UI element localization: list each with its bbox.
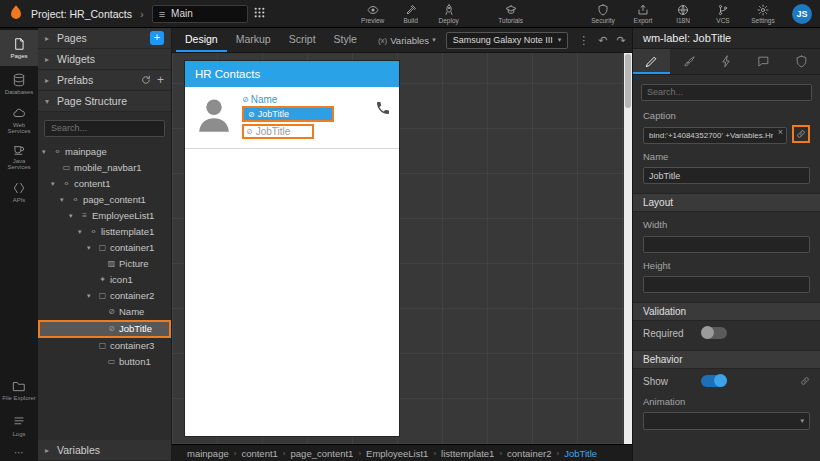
vcs-button[interactable]: VCS: [704, 4, 742, 24]
rail-item-file-explorer[interactable]: File Explorer: [0, 372, 38, 408]
rail-item-java-services[interactable]: Java Services: [0, 138, 38, 174]
section-pages[interactable]: ▸ Pages +: [38, 28, 171, 49]
page-selector[interactable]: ≡ Main: [152, 5, 248, 23]
properties-search-input[interactable]: [641, 84, 812, 101]
tree-item-employeelist1[interactable]: ▾≡EmployeeList1: [38, 208, 171, 224]
breadcrumb-item-active[interactable]: JobTitle: [564, 448, 597, 459]
tree-item-container2[interactable]: ▾▢container2: [38, 288, 171, 304]
tab-markup[interactable]: Markup: [227, 28, 280, 52]
rail-item-pages[interactable]: Pages: [0, 30, 38, 66]
tag-icon: ⊘: [246, 127, 253, 136]
required-row: Required: [633, 321, 820, 341]
tree-item-picture[interactable]: ▨Picture: [38, 256, 171, 272]
expander-icon[interactable]: ▾: [69, 212, 76, 220]
expander-icon[interactable]: ▾: [42, 148, 49, 156]
refresh-icon[interactable]: [141, 75, 151, 85]
breadcrumb-separator: ›: [358, 449, 361, 458]
wavemaker-logo[interactable]: [8, 4, 24, 24]
expander-icon[interactable]: ▾: [78, 228, 85, 236]
bind-link-button[interactable]: [792, 125, 810, 143]
tab-style[interactable]: Style: [325, 28, 366, 52]
deploy-button[interactable]: Deploy: [430, 4, 468, 24]
tab-styles[interactable]: [670, 49, 707, 74]
tree-item-button1[interactable]: ▭button1: [38, 354, 171, 370]
section-widgets[interactable]: ▸ Widgets: [38, 49, 171, 70]
expander-icon[interactable]: ▾: [60, 196, 67, 204]
device-selector[interactable]: Samsung Galaxy Note III ▾: [446, 32, 569, 49]
settings-button[interactable]: Settings: [744, 4, 782, 24]
export-button[interactable]: Export: [624, 4, 662, 24]
tag-icon: ⊘: [248, 110, 255, 119]
preview-button[interactable]: Preview: [354, 4, 392, 24]
canvas-scrollbar[interactable]: [624, 53, 632, 444]
jobtitle-widget-selected[interactable]: ⊘ JobTitle: [244, 108, 332, 120]
tab-events[interactable]: [708, 49, 745, 74]
tree-item-container3[interactable]: ▢container3: [38, 338, 171, 354]
rail-item-logs[interactable]: Logs: [0, 408, 38, 444]
rail-item-databases[interactable]: Databases: [0, 66, 38, 102]
person-silhouette-icon[interactable]: [193, 94, 235, 140]
breadcrumb-item[interactable]: container2: [507, 448, 551, 459]
scrollbar-thumb[interactable]: [625, 54, 631, 108]
tree-item-mainpage[interactable]: ▾‹›mainpage: [38, 144, 171, 160]
tree-item-name[interactable]: ⊘Name: [38, 304, 171, 320]
undo-icon[interactable]: ↶: [598, 34, 607, 47]
expander-icon[interactable]: ▾: [87, 244, 94, 252]
tutorials-button[interactable]: Tutorials: [492, 4, 530, 24]
tree-item-mobile-navbar1[interactable]: ▭mobile_navbar1: [38, 160, 171, 176]
breadcrumb-item[interactable]: EmployeeList1: [366, 448, 428, 459]
vcs-label: VCS: [716, 17, 729, 24]
rail-item-web-services[interactable]: Web Services: [0, 102, 38, 138]
tree-item-jobtitle[interactable]: ⊘JobTitle: [38, 320, 171, 338]
variables-dropdown[interactable]: (x) Variables ▾: [378, 35, 436, 46]
more-options-icon[interactable]: ⋯: [0, 444, 38, 461]
user-avatar[interactable]: JS: [792, 4, 812, 24]
list-item[interactable]: ⊘ Name ⊘ JobTitle ⊘: [185, 87, 399, 149]
tab-properties[interactable]: [633, 49, 670, 74]
breadcrumb-item[interactable]: mainpage: [187, 448, 229, 459]
tab-security[interactable]: [783, 49, 820, 74]
redo-icon[interactable]: ↷: [616, 34, 625, 47]
height-input[interactable]: [643, 276, 810, 293]
tree-item-container1[interactable]: ▾▢container1: [38, 240, 171, 256]
breadcrumb-item[interactable]: page_content1: [291, 448, 354, 459]
tree-item-content1[interactable]: ▾‹›content1: [38, 176, 171, 192]
tab-script[interactable]: Script: [280, 28, 325, 52]
add-prefab-button[interactable]: +: [157, 73, 164, 87]
chat-bubble-icon: [757, 55, 770, 68]
tutorials-label: Tutorials: [498, 17, 523, 24]
add-page-button[interactable]: +: [150, 31, 164, 45]
tree-item-icon1[interactable]: ✦icon1: [38, 272, 171, 288]
animation-select[interactable]: ▾: [643, 412, 810, 430]
tree-item-page-content1[interactable]: ▾‹›page_content1: [38, 192, 171, 208]
name-widget[interactable]: ⊘ Name: [242, 94, 334, 105]
phone-handset-icon[interactable]: [375, 100, 391, 120]
build-button[interactable]: Build: [392, 4, 430, 24]
section-variables[interactable]: ▸ Variables: [38, 440, 171, 461]
breadcrumb-item[interactable]: listtemplate1: [441, 448, 494, 459]
caption-input[interactable]: [643, 127, 787, 144]
name-input[interactable]: [643, 167, 810, 184]
breadcrumb-item[interactable]: content1: [241, 448, 277, 459]
expander-icon[interactable]: ▾: [87, 292, 94, 300]
security-button[interactable]: Security: [584, 4, 622, 24]
i18n-button[interactable]: I18N: [664, 4, 702, 24]
chain-link-icon[interactable]: [800, 376, 810, 386]
more-menu-icon[interactable]: ⋮: [578, 34, 589, 47]
expander-icon[interactable]: ▾: [51, 180, 58, 188]
tree-item-listtemplate1[interactable]: ▾‹›listtemplate1: [38, 224, 171, 240]
section-prefabs[interactable]: ▸ Prefabs +: [38, 70, 171, 91]
apps-grid-icon[interactable]: [253, 5, 266, 23]
structure-search-input[interactable]: [44, 120, 165, 137]
show-toggle[interactable]: [701, 375, 727, 387]
required-toggle[interactable]: [701, 327, 727, 339]
jobtitle-widget-caption[interactable]: ⊘ JobTitle: [244, 126, 312, 137]
clear-icon[interactable]: ×: [778, 127, 783, 137]
layout-section-header: Layout: [633, 193, 820, 212]
width-input[interactable]: [643, 236, 810, 253]
tab-messages[interactable]: [745, 49, 782, 74]
tab-design[interactable]: Design: [176, 28, 227, 52]
design-canvas[interactable]: HR Contacts ⊘ Name ⊘: [172, 53, 632, 444]
rail-item-apis[interactable]: APIs: [0, 174, 38, 210]
section-page-structure[interactable]: ▾ Page Structure: [38, 91, 171, 112]
